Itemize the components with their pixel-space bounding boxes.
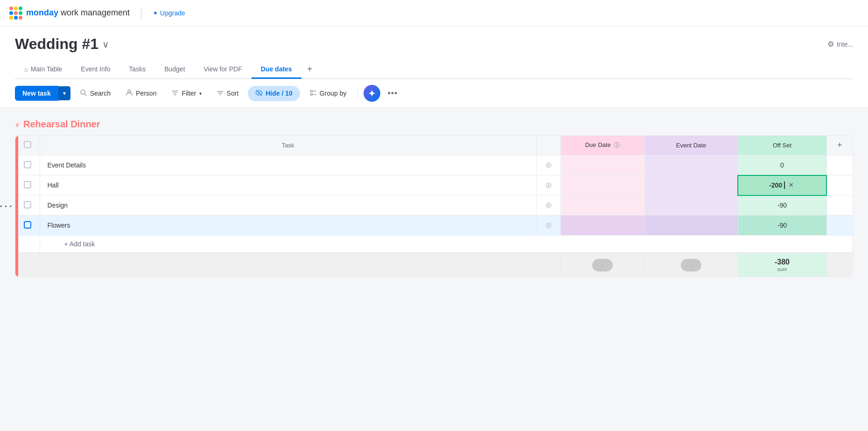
main-table: Task Due Date ⓘ Event Date Off	[15, 136, 853, 277]
task-name: Flowers	[48, 222, 70, 229]
event-date-cell[interactable]	[644, 155, 738, 175]
add-subitem-icon[interactable]: ⊕	[545, 160, 552, 170]
table-container: • • •	[15, 135, 853, 277]
task-cell[interactable]: Design	[40, 195, 536, 216]
summary-checkbox-cell	[15, 253, 40, 277]
offset-cell[interactable]: 0	[738, 155, 826, 175]
task-cell[interactable]: Event Details	[40, 155, 536, 175]
main-content: ∨ Rehearsal Dinner • • •	[0, 108, 868, 431]
new-task-dropdown-button[interactable]: ▾	[58, 86, 70, 100]
monday-ai-button[interactable]	[364, 85, 380, 102]
add-icon-cell[interactable]: ⊕	[536, 155, 560, 175]
table-row: Design ⊕ -90	[15, 195, 853, 216]
svg-rect-6	[310, 94, 313, 95]
cell-editing-content: -200 ✕	[744, 181, 820, 189]
summary-offset-value: -380	[744, 258, 821, 266]
offset-cell-editing[interactable]: -200 ✕	[738, 175, 826, 195]
page-header: Wedding #1 ∨ ⚙ Inte... ⌂ Main Table Even…	[0, 26, 868, 79]
row-checkbox-cell	[15, 216, 40, 236]
person-button[interactable]: Person	[120, 86, 162, 101]
event-date-cell[interactable]	[644, 195, 738, 216]
row-checkbox[interactable]	[24, 201, 31, 209]
task-name: Hall	[48, 181, 59, 189]
sort-button[interactable]: Sort	[211, 86, 245, 101]
summary-due-date-cell: -	[560, 253, 644, 277]
row-checkbox-cell	[15, 175, 40, 195]
add-icon-cell[interactable]: ⊕	[536, 195, 560, 216]
group-by-button[interactable]: Group by	[304, 86, 352, 101]
upgrade-button[interactable]: ✦ Upgrade	[153, 9, 185, 17]
add-tab-button[interactable]: +	[301, 60, 318, 78]
tab-tasks-label: Tasks	[129, 65, 146, 73]
offset-cell[interactable]: -90	[738, 195, 826, 216]
integrate-button[interactable]: ⚙ Inte...	[827, 40, 853, 49]
offset-value: -90	[777, 222, 787, 229]
tab-tasks[interactable]: Tasks	[119, 61, 155, 79]
hide-button[interactable]: Hide / 10	[248, 86, 300, 101]
header-offset: Off Set	[738, 136, 826, 155]
add-subitem-icon[interactable]: ⊕	[545, 221, 552, 230]
board-title-row: Wedding #1 ∨ ⚙ Inte...	[15, 35, 853, 53]
header-plus[interactable]: +	[826, 136, 853, 155]
tab-view-for-pdf[interactable]: View for PDF	[195, 61, 252, 79]
group-collapse-chevron[interactable]: ∨	[15, 121, 20, 128]
group-by-icon	[309, 89, 317, 98]
tab-main-table[interactable]: ⌂ Main Table	[15, 61, 71, 79]
nav-divider	[141, 7, 141, 19]
add-task-row[interactable]: + Add task	[15, 236, 853, 253]
header-checkbox[interactable]	[15, 136, 40, 155]
tab-budget[interactable]: Budget	[155, 61, 194, 79]
header-add-icon	[536, 136, 560, 155]
add-icon-cell[interactable]: ⊕	[536, 216, 560, 236]
text-cursor	[784, 181, 785, 189]
add-task-checkbox-cell	[15, 236, 40, 253]
upgrade-icon: ✦	[153, 9, 158, 17]
group-header: ∨ Rehearsal Dinner	[15, 119, 853, 130]
tab-event-info[interactable]: Event Info	[71, 61, 119, 79]
tab-due-dates[interactable]: Due dates	[252, 61, 301, 79]
row-plus-cell	[826, 195, 853, 216]
due-date-info-icon[interactable]: ⓘ	[614, 142, 620, 148]
header-task: Task	[40, 136, 536, 155]
row-checkbox[interactable]	[24, 161, 31, 168]
toolbar: New task ▾ Search Person Filter ▾ Sort H…	[0, 79, 868, 108]
due-date-cell[interactable]	[560, 155, 644, 175]
add-subitem-icon[interactable]: ⊕	[545, 181, 552, 190]
task-name: Event Details	[48, 161, 86, 169]
due-date-cell[interactable]	[560, 216, 644, 236]
summary-event-date-pill: -	[681, 259, 701, 271]
new-task-button[interactable]: New task ▾	[15, 86, 70, 101]
event-date-cell[interactable]	[644, 216, 738, 236]
new-task-main-button[interactable]: New task	[15, 86, 58, 101]
logo-text: monday work management	[26, 8, 130, 18]
row-plus-cell	[826, 216, 853, 236]
task-cell[interactable]: Flowers	[40, 216, 536, 236]
summary-event-date-cell: -	[644, 253, 738, 277]
offset-cell[interactable]: -90	[738, 216, 826, 236]
table-row: Event Details ⊕ 0	[15, 155, 853, 175]
clear-cell-button[interactable]: ✕	[787, 181, 795, 189]
toolbar-separator	[357, 88, 358, 99]
add-icon-cell[interactable]: ⊕	[536, 175, 560, 195]
row-menu-dots[interactable]: • • •	[0, 203, 12, 210]
event-date-cell[interactable]	[644, 175, 738, 195]
row-checkbox[interactable]	[24, 221, 31, 229]
row-checkbox[interactable]	[24, 181, 31, 188]
due-date-cell[interactable]	[560, 195, 644, 216]
svg-line-1	[84, 94, 86, 96]
add-subitem-icon[interactable]: ⊕	[545, 201, 552, 210]
due-date-cell[interactable]	[560, 175, 644, 195]
board-title-chevron[interactable]: ∨	[102, 39, 109, 50]
add-task-cell[interactable]: + Add task	[40, 236, 853, 253]
summary-offset-label: sum	[744, 266, 821, 272]
task-cell[interactable]: Hall	[40, 175, 536, 195]
more-options-button[interactable]: •••	[384, 85, 401, 102]
filter-button[interactable]: Filter ▾	[166, 86, 207, 101]
add-column-icon[interactable]: +	[837, 140, 842, 150]
header-checkbox-input[interactable]	[24, 141, 31, 148]
search-button[interactable]: Search	[74, 86, 116, 101]
hide-label: Hide / 10	[266, 90, 293, 97]
tabs-row: ⌂ Main Table Event Info Tasks Budget Vie…	[15, 60, 853, 79]
add-task-label[interactable]: + Add task	[64, 240, 95, 248]
row-checkbox-cell	[15, 155, 40, 175]
